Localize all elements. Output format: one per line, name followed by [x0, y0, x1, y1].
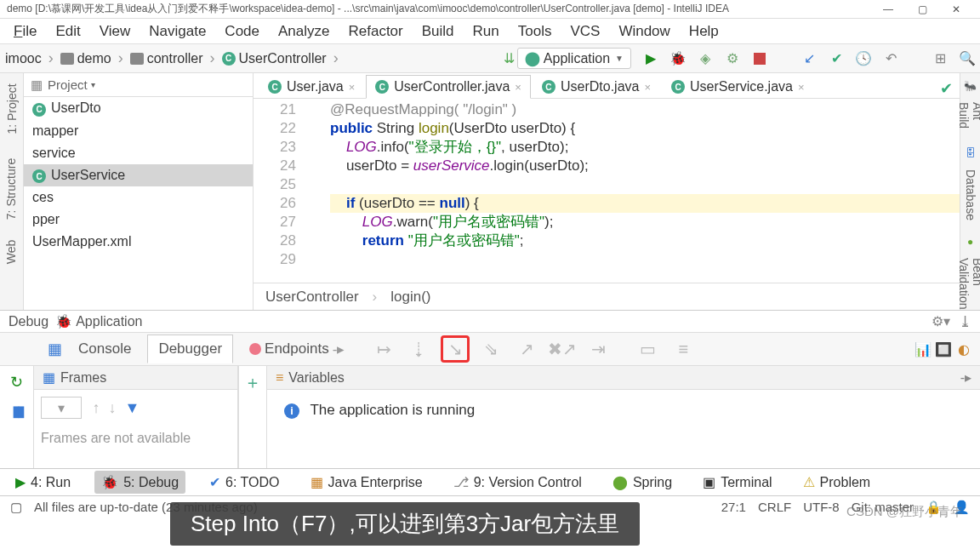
menu-view[interactable]: View [91, 21, 140, 42]
menu-edit[interactable]: Edit [47, 21, 88, 42]
commit-icon[interactable]: ✔ [829, 51, 844, 66]
tab-endpoints[interactable]: Endpoints -▸ [238, 335, 356, 364]
update-vcs-icon[interactable]: ↙ [801, 51, 817, 66]
ant-icon[interactable]: 🐜 [964, 80, 977, 92]
thread-dropdown[interactable]: ▾ [41, 397, 82, 419]
force-step-into-button[interactable]: ⇘ [476, 335, 505, 363]
tab-java-enterprise[interactable]: ▦Java Enterprise [304, 471, 430, 494]
maximize-button[interactable]: ▢ [905, 3, 939, 15]
revert-icon[interactable]: ↶ [883, 51, 898, 66]
menu-window[interactable]: Window [610, 21, 678, 42]
trace-button[interactable]: ≡ [669, 335, 698, 363]
code-editor[interactable]: 212223242526272829 @RequestMapping( "/lo… [254, 99, 960, 283]
breadcrumb[interactable]: imooc › demo › controller › C UserContro… [5, 49, 342, 67]
crumb-controller[interactable]: controller [147, 51, 203, 66]
tab-run[interactable]: ▶4: Run [9, 471, 77, 494]
menu-navigate[interactable]: Navigate [140, 21, 214, 42]
gear-icon[interactable]: ⚙▾ [932, 313, 950, 329]
search-icon[interactable]: 🔍 [960, 51, 975, 66]
status-icon[interactable]: ▢ [10, 500, 22, 515]
minimize-button[interactable]: — [871, 3, 905, 15]
menu-vcs[interactable]: VCS [561, 21, 608, 42]
tree-item-service[interactable]: service [24, 142, 253, 164]
code-content[interactable]: @RequestMapping( "/login" ) public Strin… [305, 99, 960, 283]
tab-userdto-java[interactable]: CUserDto.java× [533, 75, 660, 98]
run-button[interactable]: ▶ [643, 51, 658, 66]
project-tree[interactable]: CUserDto mapper service CUserService ces… [24, 97, 253, 310]
memory-icon[interactable]: 📊 [915, 341, 931, 357]
tree-item-userdto[interactable]: CUserDto [24, 97, 253, 120]
menu-refactor[interactable]: Refactor [339, 21, 411, 42]
tab-debug[interactable]: 🐞5: Debug [94, 471, 185, 494]
structure-tool-tab[interactable]: 7: Structure [5, 158, 19, 220]
menu-run[interactable]: Run [464, 21, 508, 42]
bean-validation-tab[interactable]: Bean Validation [957, 258, 981, 310]
evaluate-expression-button[interactable]: ▭ [633, 335, 662, 363]
tab-todo[interactable]: ✔6: TODO [202, 471, 286, 494]
step-into-button[interactable]: ↘ [441, 335, 470, 363]
menu-tools[interactable]: Tools [510, 21, 561, 42]
run-config-dropdown[interactable]: ⬤ Application ▼ [517, 48, 631, 69]
tab-console[interactable]: Console [67, 335, 142, 363]
menu-file[interactable]: FFileile [5, 21, 45, 42]
close-icon[interactable]: × [798, 81, 805, 94]
close-button[interactable]: ✕ [939, 3, 973, 15]
database-tool-tab[interactable]: Database [964, 169, 977, 220]
stop-button[interactable] [752, 51, 767, 66]
rerun-button[interactable]: ↻ [10, 373, 23, 392]
crumb-method[interactable]: login() [390, 289, 430, 306]
status-encoding[interactable]: UTF-8 [803, 500, 840, 514]
collapse-icon[interactable]: -▸ [960, 369, 971, 386]
tab-userservice-java[interactable]: CUserService.java× [662, 75, 814, 98]
status-line-sep[interactable]: CRLF [758, 500, 791, 514]
build-icon[interactable]: ⇊ [502, 51, 517, 66]
tab-version-control[interactable]: ⎇9: Version Control [447, 471, 589, 494]
pause-button[interactable]: ▮▮ [12, 402, 22, 420]
tab-spring[interactable]: ⬤Spring [606, 471, 679, 494]
tree-item-mapper[interactable]: mapper [24, 120, 253, 142]
profile-button[interactable]: ⚙ [725, 51, 740, 66]
tab-user-java[interactable]: CUser.java× [259, 75, 364, 98]
debug-panel-header[interactable]: Debug 🐞 Application ⚙▾ ⤓ [0, 310, 980, 332]
tab-terminal[interactable]: ▣Terminal [696, 471, 778, 494]
crumb-class[interactable]: UserController [239, 51, 327, 66]
editor-breadcrumb[interactable]: UserController › login() [254, 283, 960, 310]
menu-help[interactable]: Help [681, 21, 727, 42]
debug-button[interactable]: 🐞 [670, 51, 686, 66]
tree-item-userservice[interactable]: CUserService [24, 164, 253, 187]
up-arrow-icon[interactable]: ↑ [92, 399, 100, 417]
add-watch-button[interactable]: ＋ [244, 371, 261, 394]
tab-debugger[interactable]: Debugger [147, 335, 233, 363]
project-panel-header[interactable]: ▦ Project ▾ [24, 73, 253, 97]
close-icon[interactable]: × [644, 81, 651, 94]
step-over-button[interactable]: ⭭ [405, 335, 434, 363]
filter-icon[interactable]: ▼ [124, 399, 140, 417]
crumb-demo[interactable]: demo [77, 51, 111, 66]
coverage-button[interactable]: ◈ [698, 51, 713, 66]
database-icon[interactable]: 🗄 [966, 147, 976, 159]
run-to-cursor-button[interactable]: ⇥ [584, 335, 612, 363]
ant-tool-tab[interactable]: Ant Build [957, 102, 981, 132]
menu-code[interactable]: Code [216, 21, 268, 42]
gauge-icon[interactable]: ◐ [956, 341, 971, 357]
tree-item-ces[interactable]: ces [24, 186, 253, 209]
drop-frame-button[interactable]: ✖↗ [548, 335, 577, 363]
down-arrow-icon[interactable]: ↓ [108, 399, 116, 417]
history-icon[interactable]: 🕓 [856, 51, 871, 66]
menu-analyze[interactable]: Analyze [270, 21, 338, 42]
menu-build[interactable]: Build [413, 21, 463, 42]
step-out-button[interactable]: ↗ [512, 335, 541, 363]
tree-item-pper[interactable]: pper [24, 209, 253, 231]
tree-item-usermapper[interactable]: UserMapper.xml [24, 231, 253, 253]
download-icon[interactable]: ⤓ [959, 312, 971, 331]
project-tool-tab[interactable]: 1: Project [5, 83, 19, 134]
status-position[interactable]: 27:1 [721, 500, 746, 514]
structure-icon[interactable]: ⊞ [932, 51, 948, 66]
console-layout-icon[interactable]: ▦ [48, 340, 62, 358]
close-icon[interactable]: × [515, 81, 521, 94]
tab-problems[interactable]: ⚠Problem [796, 471, 878, 494]
show-execution-point-button[interactable]: ↦ [369, 335, 398, 363]
close-icon[interactable]: × [349, 81, 356, 94]
web-tool-tab[interactable]: Web [5, 240, 19, 265]
tab-usercontroller-java[interactable]: CUserController.java× [366, 75, 531, 99]
